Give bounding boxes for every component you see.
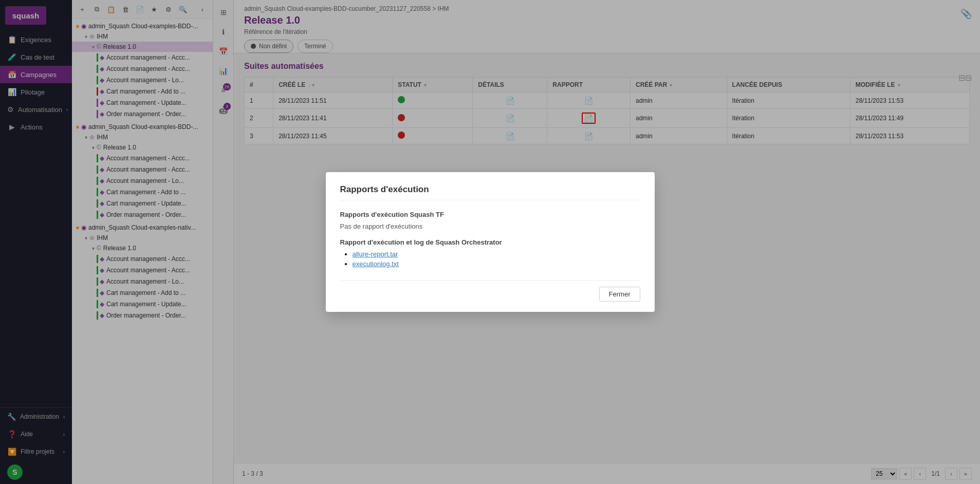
modal-section1-title: Rapports d'exécution Squash TF xyxy=(340,211,640,218)
close-modal-button[interactable]: Fermer xyxy=(599,287,640,302)
allure-report-link[interactable]: allure-report.tar xyxy=(353,250,398,258)
modal-file-list: allure-report.tar executionlog.txt xyxy=(340,250,640,268)
list-item: executionlog.txt xyxy=(353,260,640,268)
modal-section2-title: Rapport d'exécution et log de Squash Orc… xyxy=(340,238,640,246)
modal-title: Rapports d'exécution xyxy=(340,184,640,200)
modal-overlay[interactable]: Rapports d'exécution Rapports d'exécutio… xyxy=(0,0,980,484)
modal-section1-text: Pas de rapport d'exécutions xyxy=(340,222,640,230)
executionlog-link[interactable]: executionlog.txt xyxy=(353,260,399,268)
list-item: allure-report.tar xyxy=(353,250,640,258)
modal-footer: Fermer xyxy=(340,280,640,302)
modal-dialog: Rapports d'exécution Rapports d'exécutio… xyxy=(326,172,655,312)
